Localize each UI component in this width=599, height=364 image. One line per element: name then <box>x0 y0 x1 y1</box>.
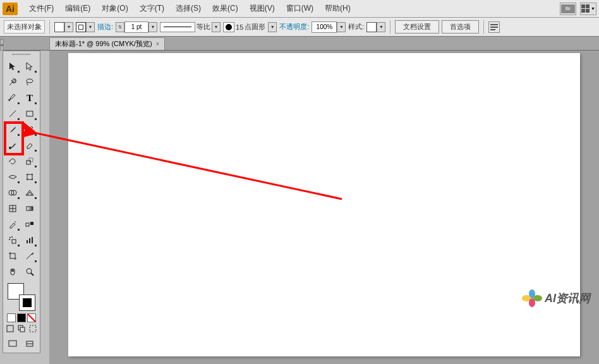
symbol-sprayer-tool[interactable] <box>4 233 21 248</box>
panel-collapse-button[interactable]: « <box>0 39 4 51</box>
free-transform-tool[interactable] <box>21 169 38 185</box>
stroke-weight-input[interactable] <box>124 21 148 33</box>
eyedropper-tool[interactable] <box>4 217 21 232</box>
lasso-tool[interactable] <box>21 75 38 90</box>
zoom-tool[interactable] <box>21 264 38 279</box>
svg-rect-36 <box>7 325 13 332</box>
menu-view[interactable]: 视图(V) <box>245 2 280 15</box>
screen-mode-button[interactable] <box>4 336 21 351</box>
preferences-button[interactable]: 首选项 <box>442 20 479 33</box>
stroke-swatch-control[interactable]: ▼ <box>76 22 95 32</box>
stroke-weight-stepper[interactable]: ⇅ ▼ <box>116 21 157 33</box>
svg-point-12 <box>27 179 28 180</box>
watermark-logo-icon <box>523 289 541 307</box>
arrange-documents-button[interactable]: ▼ <box>580 3 596 15</box>
svg-rect-22 <box>12 240 16 243</box>
magic-wand-tool[interactable] <box>4 75 21 90</box>
menu-type[interactable]: 文字(T) <box>135 2 169 15</box>
column-graph-tool[interactable] <box>21 233 38 248</box>
gradient-mode-button[interactable] <box>17 313 26 322</box>
hand-tool[interactable] <box>4 264 21 279</box>
draw-inside-button[interactable] <box>28 324 38 334</box>
document-setup-button[interactable]: 文档设置 <box>395 20 439 33</box>
fill-swatch-control[interactable]: ▼ <box>54 22 73 32</box>
scale-tool[interactable] <box>21 154 38 169</box>
stroke-profile-select[interactable]: 等比 ▼ <box>160 22 221 32</box>
align-icon-button[interactable] <box>488 21 500 33</box>
brush-size-label: 15 <box>234 23 245 31</box>
gradient-tool[interactable] <box>21 201 38 216</box>
menubar: Ai 文件(F) 编辑(E) 对象(O) 文字(T) 选择(S) 效果(C) 视… <box>0 0 599 18</box>
none-mode-button[interactable] <box>27 313 36 322</box>
rotate-tool[interactable] <box>4 154 21 169</box>
stroke-swatch-icon <box>76 22 86 32</box>
pen-tool[interactable] <box>4 90 21 106</box>
stepper-icon: ⇅ <box>116 22 124 32</box>
svg-rect-8 <box>29 158 33 162</box>
document-tab[interactable]: 未标题-1* @ 99% (CMYK/预览) × <box>49 37 165 50</box>
selection-status: 未选择对象 <box>4 20 45 33</box>
line-preview-icon <box>160 22 195 32</box>
svg-rect-28 <box>32 237 33 243</box>
type-tool[interactable]: T <box>21 90 38 106</box>
opacity-input[interactable] <box>312 21 337 33</box>
chevron-down-icon: ▼ <box>377 22 385 32</box>
toolbox-grip[interactable] <box>3 51 40 58</box>
canvas-area[interactable] <box>49 51 599 364</box>
draw-behind-button[interactable] <box>16 324 27 334</box>
slice-tool[interactable] <box>21 248 38 264</box>
direct-selection-tool[interactable] <box>21 59 38 74</box>
menu-file[interactable]: 文件(F) <box>24 2 59 15</box>
stroke-color-swatch[interactable] <box>19 294 35 311</box>
shape-builder-tool[interactable] <box>4 185 21 200</box>
paintbrush-tool[interactable] <box>4 122 21 137</box>
svg-rect-39 <box>30 325 36 332</box>
blob-brush-tool[interactable] <box>4 138 21 153</box>
perspective-grid-tool[interactable] <box>21 185 38 200</box>
watermark: AI资讯网 <box>523 289 590 307</box>
menu-help[interactable]: 帮助(H) <box>320 2 356 15</box>
blend-tool[interactable] <box>21 217 38 232</box>
svg-rect-5 <box>27 111 33 116</box>
menu-window[interactable]: 窗口(W) <box>281 2 318 15</box>
svg-rect-40 <box>9 341 16 346</box>
rectangle-tool[interactable] <box>21 106 38 121</box>
line-tool[interactable] <box>4 106 21 121</box>
menu-object[interactable]: 对象(O) <box>97 2 133 15</box>
close-icon[interactable]: × <box>156 40 160 47</box>
selection-tool[interactable] <box>4 59 21 74</box>
mesh-tool[interactable] <box>4 201 21 216</box>
svg-point-34 <box>27 269 32 274</box>
width-tool[interactable] <box>4 169 21 185</box>
svg-rect-9 <box>27 174 32 179</box>
app-logo: Ai <box>3 3 18 15</box>
draw-normal-button[interactable] <box>5 324 15 334</box>
svg-rect-38 <box>20 327 25 332</box>
pencil-tool[interactable] <box>21 122 38 137</box>
watermark-text: AI资讯网 <box>545 291 590 306</box>
menu-edit[interactable]: 编辑(E) <box>60 2 95 15</box>
svg-point-6 <box>9 147 11 149</box>
brush-select[interactable]: 15 点圆形 ▼ <box>223 22 277 32</box>
stroke-label[interactable]: 描边: <box>97 22 113 32</box>
svg-rect-21 <box>30 222 33 225</box>
svg-rect-19 <box>27 207 33 210</box>
menu-effect[interactable]: 效果(C) <box>207 2 243 15</box>
svg-rect-7 <box>27 161 30 164</box>
artboard[interactable] <box>68 53 580 356</box>
opacity-control[interactable]: ▼ <box>312 21 346 33</box>
align-icon <box>489 22 499 32</box>
menu-select[interactable]: 选择(S) <box>171 2 206 15</box>
toolbox: T <box>3 51 40 353</box>
bridge-button[interactable]: Br <box>560 3 576 15</box>
fill-stroke-swatches[interactable] <box>4 283 39 311</box>
svg-point-23 <box>9 237 11 238</box>
color-mode-button[interactable] <box>7 313 16 322</box>
eraser-tool[interactable] <box>21 138 38 153</box>
svg-rect-20 <box>26 223 29 226</box>
style-select[interactable]: ▼ <box>366 22 385 32</box>
toolbox-more-button[interactable] <box>21 336 38 351</box>
chevron-down-icon: ▼ <box>148 22 157 32</box>
artboard-tool[interactable] <box>4 248 21 264</box>
opacity-label[interactable]: 不透明度: <box>279 22 309 32</box>
